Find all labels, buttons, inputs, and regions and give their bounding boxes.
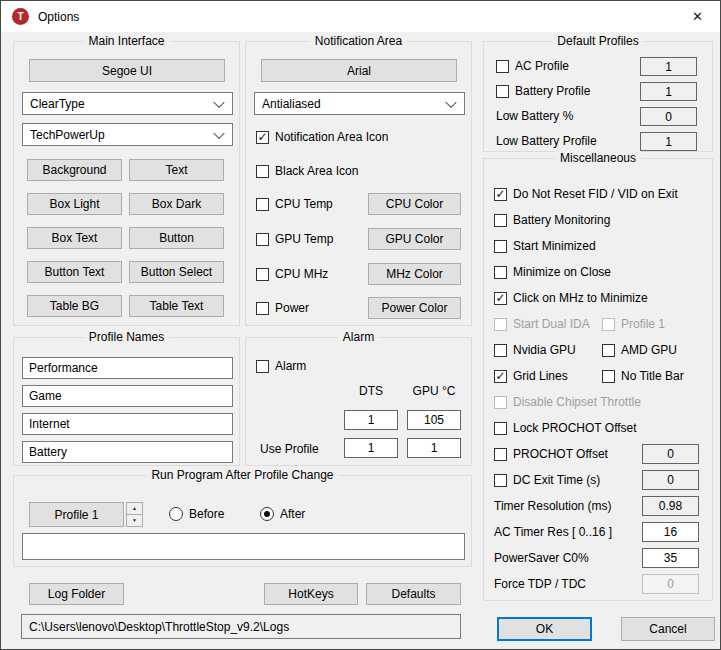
profile-name-1-input[interactable] [22, 357, 233, 379]
btn-box-dark[interactable]: Box Dark [129, 193, 224, 215]
alarm-gpu-value[interactable]: 105 [407, 410, 461, 430]
notification-font-button[interactable]: Arial [261, 59, 457, 82]
powersaver-c0-value[interactable]: 35 [642, 548, 699, 568]
checkbox-battery-monitoring[interactable]: Battery Monitoring [494, 212, 610, 228]
btn-box-text[interactable]: Box Text [27, 227, 122, 249]
low-battery-profile-row: Low Battery Profile [496, 133, 597, 149]
use-profile-gpu-value[interactable]: 1 [407, 438, 461, 458]
mhz-color-button[interactable]: MHz Color [368, 263, 461, 285]
checkbox-box[interactable] [494, 344, 507, 357]
checkbox-box[interactable] [494, 188, 507, 201]
cancel-button[interactable]: Cancel [621, 617, 715, 641]
select-value: TechPowerUp [30, 128, 105, 142]
checkbox-box[interactable] [494, 292, 507, 305]
ac-timer-res-value[interactable]: 16 [642, 522, 699, 542]
profile-name-3-input[interactable] [22, 413, 233, 435]
power-color-button[interactable]: Power Color [368, 297, 461, 319]
spinner-up-icon[interactable]: ▲ [126, 502, 143, 515]
alarm-dts-value[interactable]: 1 [344, 410, 398, 430]
radio-before[interactable]: Before [169, 506, 224, 522]
profile-name-2-input[interactable] [22, 385, 233, 407]
close-icon[interactable]: ✕ [675, 1, 720, 32]
checkbox-amd-gpu[interactable]: AMD GPU [602, 342, 677, 358]
antialiasing-select[interactable]: Antialiased [254, 92, 465, 115]
checkbox-grid-lines[interactable]: Grid Lines [494, 368, 568, 384]
log-path-field: C:\Users\lenovo\Desktop\ThrottleStop_v9.… [21, 614, 461, 639]
checkbox-box[interactable] [494, 422, 507, 435]
checkbox-no-title-bar[interactable]: No Title Bar [602, 368, 684, 384]
checkbox-lock-prochot-offset[interactable]: Lock PROCHOT Offset [494, 420, 637, 436]
run-command-input[interactable] [22, 533, 465, 560]
log-folder-button[interactable]: Log Folder [29, 583, 124, 605]
checkbox-box[interactable] [494, 370, 507, 383]
checkbox-box[interactable] [494, 240, 507, 253]
group-profile-names: Profile Names [13, 337, 240, 466]
checkbox-cpu-temp[interactable]: CPU Temp [256, 196, 333, 212]
checkbox-box[interactable] [494, 214, 507, 227]
checkbox-power[interactable]: Power [256, 300, 309, 316]
checkbox-ac-profile[interactable]: AC Profile [496, 58, 569, 74]
checkbox-box[interactable] [602, 344, 615, 357]
radio-after[interactable]: After [260, 506, 305, 522]
checkbox-box[interactable] [496, 60, 509, 73]
select-value: ClearType [30, 97, 85, 111]
font-smoothing-select[interactable]: ClearType [22, 92, 233, 115]
checkbox-black-area-icon[interactable]: Black Area Icon [256, 163, 358, 179]
cpu-color-button[interactable]: CPU Color [368, 193, 461, 215]
btn-box-light[interactable]: Box Light [27, 193, 122, 215]
profile-name-4-input[interactable] [22, 441, 233, 463]
hotkeys-button[interactable]: HotKeys [264, 583, 358, 605]
checkbox-box[interactable] [256, 198, 269, 211]
radio-circle[interactable] [169, 507, 183, 521]
checkbox-box[interactable] [602, 370, 615, 383]
checkbox-alarm[interactable]: Alarm [256, 358, 306, 374]
checkbox-box[interactable] [494, 266, 507, 279]
radio-circle[interactable] [260, 507, 274, 521]
btn-table-text[interactable]: Table Text [129, 295, 224, 317]
defaults-button[interactable]: Defaults [366, 583, 461, 605]
btn-background[interactable]: Background [27, 159, 122, 181]
use-profile-dts-value[interactable]: 1 [344, 438, 398, 458]
prochot-offset-value[interactable]: 0 [642, 444, 699, 464]
checkbox-box[interactable] [494, 448, 507, 461]
checkbox-box[interactable] [256, 165, 269, 178]
run-profile-button[interactable]: Profile 1 [29, 502, 124, 527]
low-battery-pct-value[interactable]: 0 [640, 107, 697, 126]
use-profile-label: Use Profile [260, 442, 319, 456]
checkbox-minimize-on-close[interactable]: Minimize on Close [494, 264, 611, 280]
checkbox-click-mhz-minimize[interactable]: Click on MHz to Minimize [494, 290, 648, 306]
main-font-button[interactable]: Segoe UI [29, 59, 225, 82]
checkbox-box[interactable] [496, 85, 509, 98]
checkbox-prochot-offset[interactable]: PROCHOT Offset [494, 446, 608, 462]
checkbox-box[interactable] [256, 302, 269, 315]
checkbox-do-not-reset-fid-vid[interactable]: Do Not Reset FID / VID on Exit [494, 186, 678, 202]
checkbox-dc-exit-time[interactable]: DC Exit Time (s) [494, 472, 600, 488]
group-miscellaneous: Miscellaneous Do Not Reset FID / VID on … [483, 158, 713, 601]
checkbox-box[interactable] [256, 360, 269, 373]
dc-exit-time-value[interactable]: 0 [642, 470, 699, 490]
checkbox-start-minimized[interactable]: Start Minimized [494, 238, 596, 254]
ok-button[interactable]: OK [497, 617, 592, 641]
ac-profile-value[interactable]: 1 [640, 57, 697, 76]
checkbox-gpu-temp[interactable]: GPU Temp [256, 231, 333, 247]
checkbox-nvidia-gpu[interactable]: Nvidia GPU [494, 342, 576, 358]
checkbox-cpu-mhz[interactable]: CPU MHz [256, 266, 328, 282]
btn-button[interactable]: Button [129, 227, 224, 249]
btn-button-select[interactable]: Button Select [129, 261, 224, 283]
btn-button-text[interactable]: Button Text [27, 261, 122, 283]
gpu-color-button[interactable]: GPU Color [368, 228, 461, 250]
checkbox-box[interactable] [256, 131, 269, 144]
chevron-down-icon [213, 127, 224, 138]
checkbox-box[interactable] [256, 268, 269, 281]
checkbox-box[interactable] [494, 474, 507, 487]
btn-text[interactable]: Text [129, 159, 224, 181]
theme-select[interactable]: TechPowerUp [22, 123, 233, 146]
checkbox-notification-area-icon[interactable]: Notification Area Icon [256, 129, 388, 145]
spinner-down-icon[interactable]: ▼ [126, 515, 143, 527]
checkbox-box[interactable] [256, 233, 269, 246]
btn-table-bg[interactable]: Table BG [27, 295, 122, 317]
checkbox-battery-profile[interactable]: Battery Profile [496, 83, 590, 99]
low-battery-profile-value[interactable]: 1 [640, 132, 697, 151]
battery-profile-value[interactable]: 1 [640, 82, 697, 101]
profile-spinner[interactable]: ▲ ▼ [126, 502, 143, 527]
